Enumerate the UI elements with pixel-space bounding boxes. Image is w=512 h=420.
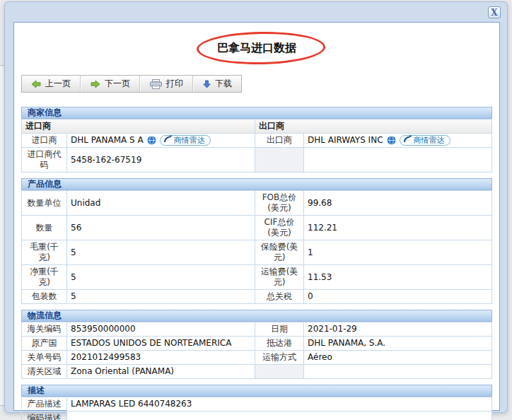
field-value: ESTADOS UNIDOS DE NORTEAMERICA — [67, 337, 255, 351]
radar-label: 商情雷达 — [414, 135, 445, 146]
field-label: 原产国 — [22, 337, 67, 351]
field-value — [67, 412, 492, 420]
field-label-exporter: 出口商 — [255, 134, 304, 148]
table-row: 海关编码 853950000000 日期 2021-01-29 — [22, 322, 492, 337]
importer-group-header: 进口商 — [22, 119, 255, 134]
radar-icon — [403, 135, 412, 146]
title-area: 巴拿马进口数据 — [14, 23, 499, 74]
field-label-empty — [255, 365, 304, 379]
section-header-product: 产品信息 — [21, 178, 492, 190]
field-label-empty — [255, 148, 304, 173]
field-value: 5 — [67, 240, 255, 265]
merchant-table: 进口商 出口商 进口商 DHL PANAMA S A — [21, 119, 492, 173]
importer-name: DHL PANAMA S A — [71, 135, 144, 146]
product-table: 数量单位 Unidad FOB总价(美元) 99.68 数量 56 CIF总价(… — [21, 190, 492, 304]
section-header-logistics: 物流信息 — [21, 310, 492, 322]
toolbar: 上一页 下一页 打印 — [21, 75, 242, 93]
radar-badge-exporter[interactable]: 商情雷达 — [400, 135, 450, 146]
field-label: 包装数 — [22, 290, 67, 304]
field-label: FOB总价(美元) — [255, 191, 304, 216]
field-label: 毛重(千克) — [22, 240, 67, 265]
description-table: 产品描述 LAMPARAS LED 6440748263 编码描述 — [21, 397, 492, 420]
arrow-right-icon — [91, 80, 100, 88]
field-value: Unidad — [67, 191, 255, 216]
field-label: 数量单位 — [22, 191, 67, 216]
arrow-down-icon — [203, 80, 211, 88]
field-label: 日期 — [255, 322, 304, 337]
field-value: 11.53 — [304, 265, 492, 290]
field-value: 2021-01-29 — [304, 322, 492, 337]
field-value: 99.68 — [304, 191, 492, 216]
download-label: 下载 — [215, 78, 232, 90]
download-button[interactable]: 下载 — [193, 76, 241, 92]
field-value: 112.21 — [304, 216, 492, 240]
radar-label: 商情雷达 — [174, 135, 205, 146]
next-page-label: 下一页 — [105, 78, 130, 90]
prev-page-button[interactable]: 上一页 — [22, 76, 81, 92]
table-row: 原产国 ESTADOS UNIDOS DE NORTEAMERICA 抵达港 D… — [22, 337, 492, 351]
field-label: CIF总价(美元) — [255, 216, 304, 240]
field-value-empty — [304, 365, 492, 379]
section-header-description: 描述 — [21, 385, 492, 397]
table-row: 进口商 出口商 — [22, 119, 492, 134]
section-merchant: 商家信息 进口商 出口商 进口商 DHL PANAMA S A — [21, 107, 492, 173]
table-row: 关单号码 2021012499583 运输方式 Aéreo — [22, 351, 492, 365]
table-row: 毛重(千克) 5 保险费(美元) 1 — [22, 240, 492, 265]
section-description: 描述 产品描述 LAMPARAS LED 6440748263 编码描述 — [21, 385, 492, 420]
table-row: 清关区域 Zona Oriental (PANAMA) — [22, 365, 492, 379]
field-label: 运输方式 — [255, 351, 304, 365]
field-value: Zona Oriental (PANAMA) — [67, 365, 255, 379]
section-header-merchant: 商家信息 — [21, 107, 492, 119]
printer-icon — [150, 79, 162, 89]
field-value: 5 — [67, 265, 255, 290]
radar-badge-importer[interactable]: 商情雷达 — [160, 135, 211, 146]
field-value-importer-code: 5458-162-67519 — [67, 148, 255, 173]
globe-icon[interactable] — [147, 136, 156, 145]
table-row: 编码描述 — [22, 412, 492, 420]
field-label-importer-code: 进口商代码 — [22, 148, 67, 173]
arrow-left-icon — [31, 80, 41, 88]
section-product: 产品信息 数量单位 Unidad FOB总价(美元) 99.68 数量 56 C… — [21, 178, 492, 304]
radar-icon — [163, 135, 172, 146]
field-value-empty — [304, 148, 492, 173]
field-value: 56 — [67, 216, 255, 240]
close-button[interactable]: X — [488, 6, 501, 18]
field-value: 5 — [67, 290, 255, 304]
dialog-content-panel: 巴拿马进口数据 上一页 下一页 — [13, 22, 500, 411]
dialog-window: X 巴拿马进口数据 上一页 下一页 — [4, 1, 508, 413]
field-label: 清关区域 — [22, 365, 67, 379]
field-label: 编码描述 — [22, 412, 67, 420]
print-button[interactable]: 打印 — [140, 76, 193, 92]
field-label: 净重(千克) — [22, 265, 67, 290]
exporter-name: DHL AIRWAYS INC — [308, 135, 383, 146]
table-row: 产品描述 LAMPARAS LED 6440748263 — [22, 397, 492, 412]
field-value-importer: DHL PANAMA S A — [67, 134, 255, 148]
globe-icon[interactable] — [387, 136, 396, 145]
field-value: 853950000000 — [67, 322, 255, 337]
field-label-importer: 进口商 — [22, 134, 67, 148]
section-logistics: 物流信息 海关编码 853950000000 日期 2021-01-29 原产国… — [21, 310, 492, 379]
field-value: LAMPARAS LED 6440748263 — [67, 397, 492, 412]
field-label: 数量 — [22, 216, 67, 240]
field-label: 总关税 — [255, 290, 304, 304]
table-row: 数量 56 CIF总价(美元) 112.21 — [22, 216, 492, 240]
field-label: 海关编码 — [22, 322, 67, 337]
table-row: 进口商代码 5458-162-67519 — [22, 148, 492, 173]
logistics-table: 海关编码 853950000000 日期 2021-01-29 原产国 ESTA… — [21, 322, 492, 379]
field-value: 0 — [304, 290, 492, 304]
field-value: 1 — [304, 240, 492, 265]
table-row: 净重(千克) 5 运输费(美元) 11.53 — [22, 265, 492, 290]
field-value: DHL PANAMA, S.A. — [304, 337, 492, 351]
print-label: 打印 — [166, 78, 183, 90]
field-label: 抵达港 — [255, 337, 304, 351]
next-page-button[interactable]: 下一页 — [81, 76, 140, 92]
field-label: 保险费(美元) — [255, 240, 304, 265]
field-label: 运输费(美元) — [255, 265, 304, 290]
field-value: 2021012499583 — [67, 351, 255, 365]
detail-content: 商家信息 进口商 出口商 进口商 DHL PANAMA S A — [21, 107, 492, 420]
field-value-exporter: DHL AIRWAYS INC — [304, 134, 492, 148]
close-icon: X — [491, 8, 497, 17]
prev-page-label: 上一页 — [45, 78, 71, 90]
table-row: 包装数 5 总关税 0 — [22, 290, 492, 304]
table-row: 数量单位 Unidad FOB总价(美元) 99.68 — [22, 191, 492, 216]
